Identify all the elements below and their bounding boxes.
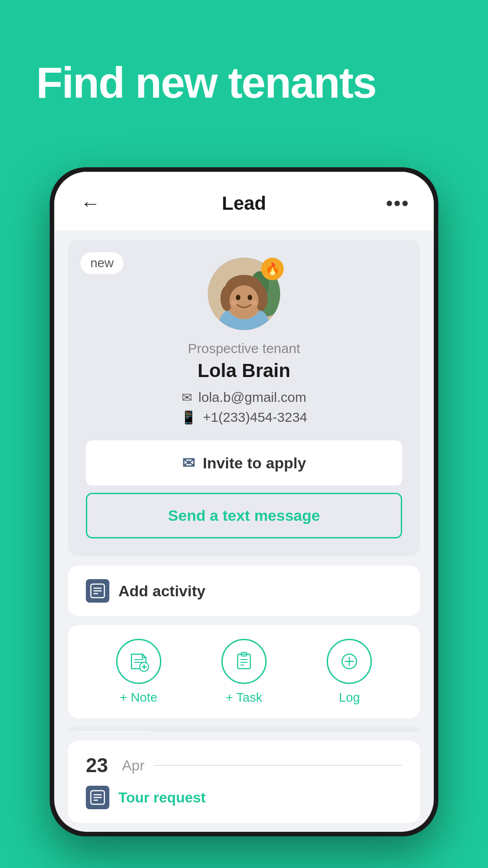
activity-actions: + Note + Task	[68, 625, 420, 718]
invite-button-label: Invite to apply	[203, 454, 306, 472]
svg-point-11	[248, 295, 252, 300]
tenant-name: Lola Brain	[197, 360, 290, 382]
back-arrow-icon: ←	[80, 192, 100, 215]
action-buttons: ✉ Invite to apply Send a text message	[86, 440, 402, 538]
activity-header-icon	[86, 579, 109, 603]
phone-mockup: ← Lead ••• new	[50, 167, 438, 836]
date-row: 23 Apr	[86, 754, 402, 777]
tab-all[interactable]: All	[71, 731, 158, 731]
date-month: Apr	[122, 757, 145, 774]
activity-header-text: Add activity	[118, 582, 206, 600]
svg-point-12	[230, 301, 238, 305]
tabs-section: All Notes Tasks Activity	[68, 727, 420, 731]
tenant-role-label: Prospective tenant	[188, 341, 300, 356]
back-button[interactable]: ←	[77, 190, 104, 217]
screen-title: Lead	[222, 193, 266, 214]
tour-icon	[86, 786, 109, 809]
phone-icon: 📱	[181, 410, 197, 425]
invite-mail-icon: ✉	[182, 454, 195, 472]
content-area: new	[54, 231, 434, 832]
email-row: ✉ lola.b@gmail.com	[182, 390, 306, 405]
task-label: + Task	[225, 690, 262, 705]
note-label: + Note	[120, 690, 157, 705]
activity-section: Add activity	[68, 566, 420, 616]
page-background: Find new tenants ← Lead ••• new	[0, 0, 488, 868]
profile-card: new	[68, 240, 420, 557]
send-text-label: Send a text message	[168, 507, 320, 524]
note-circle	[116, 639, 161, 684]
date-number: 23	[86, 754, 113, 777]
svg-point-9	[230, 285, 258, 316]
phone-screen: ← Lead ••• new	[54, 172, 434, 832]
activity-header: Add activity	[86, 579, 402, 603]
task-circle	[221, 639, 267, 684]
log-circle	[327, 639, 372, 684]
phone-row: 📱 +1(233)454-3234	[181, 410, 307, 425]
email-value: lola.b@gmail.com	[198, 390, 306, 405]
note-action[interactable]: + Note	[116, 639, 161, 705]
tab-activity[interactable]: Activity	[334, 727, 420, 731]
hot-badge-icon: 🔥	[261, 258, 284, 280]
tour-row: Tour request	[86, 786, 402, 809]
tour-text: Tour request	[118, 789, 206, 806]
new-badge: new	[80, 252, 123, 274]
page-headline: Find new tenants	[36, 59, 376, 107]
more-options-button[interactable]: •••	[384, 190, 411, 217]
more-dots-icon: •••	[386, 192, 409, 215]
svg-point-13	[250, 301, 258, 305]
avatar-wrapper: 🔥	[208, 258, 280, 330]
tab-notes[interactable]: Notes	[161, 727, 248, 731]
task-action[interactable]: + Task	[221, 639, 267, 705]
date-divider	[154, 765, 402, 766]
email-icon: ✉	[182, 390, 192, 405]
phone-value: +1(233)454-3234	[203, 410, 307, 425]
log-action[interactable]: Log	[327, 639, 372, 705]
top-bar: ← Lead •••	[54, 172, 434, 231]
send-text-button[interactable]: Send a text message	[86, 493, 402, 538]
svg-point-10	[236, 295, 240, 300]
tab-tasks[interactable]: Tasks	[248, 727, 334, 731]
log-label: Log	[339, 690, 360, 705]
date-section: 23 Apr Tour reque	[68, 741, 420, 823]
invite-to-apply-button[interactable]: ✉ Invite to apply	[86, 440, 402, 486]
